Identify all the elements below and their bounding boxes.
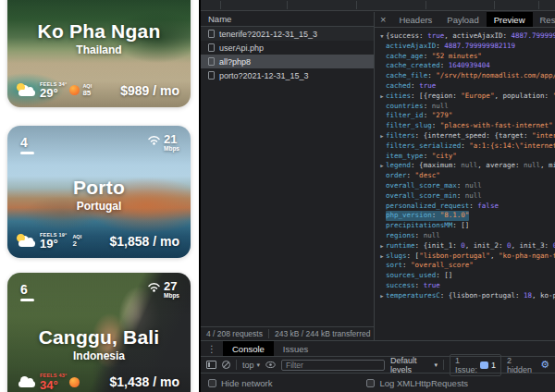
- console-sidebar-icon[interactable]: [206, 361, 216, 369]
- request-name: all?php8: [219, 57, 251, 67]
- card-subtitle: Indonesia: [7, 349, 191, 362]
- json-text: {success: true, activeAjaxID: 4887.79999…: [386, 31, 555, 42]
- issues-badge[interactable]: 1 Issue: 1: [450, 354, 501, 376]
- collapse-arrow-icon[interactable]: ▶: [378, 131, 386, 141]
- json-row[interactable]: ▶filters: {internet_speed: {target: "int…: [378, 131, 555, 141]
- json-text: precipitationsMM: []: [386, 221, 469, 231]
- chevron-down-icon: ▾: [434, 361, 438, 369]
- expand-arrow-icon[interactable]: ▼: [378, 31, 386, 42]
- json-row: php_version: "8.1.0": [378, 211, 555, 221]
- collapse-arrow-icon[interactable]: ▶: [378, 241, 386, 251]
- console-drawer: ⋮ Console Issues top ▾ Default levels ▾: [201, 340, 555, 392]
- json-text: runtime: {init_1: 0, init_2: 0, init_3: …: [386, 241, 555, 251]
- cloud-icon: [18, 376, 36, 387]
- json-row[interactable]: ▼{success: true, activeAjaxID: 4887.7999…: [378, 31, 555, 42]
- json-row: item_type: "city": [378, 152, 555, 162]
- json-text: success: true: [386, 281, 440, 291]
- json-row: overall_score_min: null: [378, 191, 555, 202]
- toolbar-divider: [236, 360, 237, 370]
- highlighted-json-text: php_version: "8.1.0": [386, 211, 469, 221]
- city-card-canggu[interactable]: 6 27 Mbps Canggu, Bali Indonesia FEELS 4…: [7, 273, 191, 392]
- network-request-row[interactable]: tenerife?2021-12-31_15_3: [201, 27, 374, 41]
- json-text: filters: {internet_speed: {target: "inte…: [386, 131, 555, 141]
- aqi-value: 85: [82, 90, 92, 97]
- tab-console[interactable]: Console: [223, 341, 274, 356]
- settings-gear-icon[interactable]: ⚙: [540, 359, 549, 371]
- card-price: $989 / mo: [120, 83, 179, 98]
- json-text: regions: null: [386, 231, 440, 241]
- json-row[interactable]: ▶temperaturesC: {lisbon-portugal: 18, ko…: [378, 291, 555, 301]
- temperature: 19°: [40, 238, 67, 250]
- wifi-icon: [147, 282, 161, 292]
- temperature: 34°: [40, 379, 67, 391]
- close-icon[interactable]: ×: [375, 14, 391, 25]
- issues-label: 1 Issue:: [455, 356, 477, 374]
- clear-console-icon[interactable]: [222, 361, 230, 369]
- tab-payload[interactable]: Payload: [439, 12, 486, 27]
- levels-selector[interactable]: Default levels ▾: [390, 356, 438, 374]
- json-row: filters_serialized: "a:1:{s:14:\"interne…: [378, 141, 555, 152]
- network-request-rows: tenerife?2021-12-31_15_3userApi.phpall?p…: [201, 27, 374, 82]
- json-text: overall_score_max: null: [386, 181, 482, 191]
- json-row: filter_id: "279": [378, 111, 555, 121]
- hidden-messages-count[interactable]: 2 hidden: [507, 356, 534, 374]
- hide-network-checkbox[interactable]: Hide network: [208, 378, 272, 388]
- tab-headers[interactable]: Headers: [391, 12, 439, 27]
- network-request-row[interactable]: porto?2021-12-31_15_3: [201, 68, 374, 82]
- json-preview: ▼{success: true, activeAjaxID: 4887.7999…: [375, 29, 555, 340]
- request-details-tabbar: × Headers Payload Preview Response »: [375, 12, 555, 28]
- network-request-row[interactable]: userApi.php: [201, 41, 374, 55]
- request-name: porto?2021-12-31_15_3: [219, 71, 309, 80]
- console-settings-row: Hide network Log XMLHttpRequests: [201, 374, 555, 392]
- card-subtitle: Thailand: [7, 43, 191, 56]
- network-request-list-pane: Name tenerife?2021-12-31_15_3userApi.php…: [201, 12, 374, 340]
- json-row: sort: "overall_score": [378, 261, 555, 271]
- json-text: sources_used: []: [386, 271, 452, 281]
- context-selector[interactable]: top ▾: [242, 361, 260, 370]
- tab-response[interactable]: Response: [533, 12, 555, 27]
- checkbox-icon: [366, 379, 375, 387]
- json-row[interactable]: ▶legend: {maximum: null, average: null, …: [378, 161, 555, 171]
- eye-icon[interactable]: [265, 361, 276, 369]
- collapse-arrow-icon[interactable]: ▶: [378, 251, 386, 262]
- wifi-speed: 27: [164, 280, 179, 292]
- temperature: 29°: [40, 87, 67, 99]
- json-text: order: "desc": [386, 171, 440, 181]
- json-text: cached: true: [386, 81, 436, 92]
- json-row[interactable]: ▶slugs: ["lisbon-portugal", "ko-pha-ngan…: [378, 251, 555, 262]
- json-text: activeAjaxID: 4887.799999982119: [386, 42, 515, 52]
- rank-badge: 6: [20, 282, 34, 301]
- json-text: legend: {maximum: null, average: null, m…: [386, 161, 555, 171]
- card-title: Porto: [7, 177, 191, 199]
- tab-issues[interactable]: Issues: [274, 341, 317, 356]
- card-title: Ko Pha Ngan: [7, 20, 191, 43]
- rank-badge: 4: [20, 135, 34, 154]
- json-row: cache_file: "/srv/http/nomadlist.com/app…: [378, 71, 555, 81]
- collapse-arrow-icon[interactable]: ▶: [378, 161, 386, 171]
- collapse-arrow-icon[interactable]: ▶: [378, 291, 386, 301]
- city-card-ko-pha-ngan[interactable]: Ko Pha Ngan Thailand FEELS 34° 29° AQI 8…: [7, 0, 191, 107]
- json-row: cache_created: 1640939404: [378, 61, 555, 71]
- filter-input[interactable]: [281, 360, 385, 371]
- network-name-column-header[interactable]: Name: [201, 12, 374, 27]
- transferred-size: 243 kB / 244 kB transferred: [269, 329, 374, 338]
- city-card-porto[interactable]: 4 21 Mbps Porto Portugal FEELS 19° 19°: [7, 126, 191, 258]
- aqi-value: 2: [72, 240, 81, 248]
- checkbox-label: Log XMLHttpRequests: [379, 378, 468, 388]
- nomad-city-list-page: Ko Pha Ngan Thailand FEELS 34° 29° AQI 8…: [0, 0, 199, 392]
- json-row[interactable]: ▶cities: [{region: "Europe", population:…: [378, 92, 555, 102]
- issues-count: 1: [491, 361, 496, 370]
- log-xhr-checkbox[interactable]: Log XMLHttpRequests: [366, 378, 468, 388]
- card-title: Canggu, Bali: [7, 326, 191, 349]
- sun-behind-cloud-icon: [18, 85, 36, 96]
- toolbar-divider: [443, 360, 444, 370]
- wifi-speed: 21: [164, 133, 179, 145]
- kebab-menu-icon[interactable]: ⋮: [201, 344, 223, 354]
- tab-preview[interactable]: Preview: [487, 12, 533, 27]
- json-row[interactable]: ▶runtime: {init_1: 0, init_2: 0, init_3:…: [378, 241, 555, 251]
- json-text: sort: "overall_score": [386, 261, 474, 271]
- network-columns-strip: [201, 0, 555, 11]
- collapse-arrow-icon[interactable]: ▶: [378, 92, 386, 102]
- json-row: filter_slug: "places-with-fast-internet": [378, 121, 555, 131]
- network-request-row[interactable]: all?php8: [201, 55, 374, 68]
